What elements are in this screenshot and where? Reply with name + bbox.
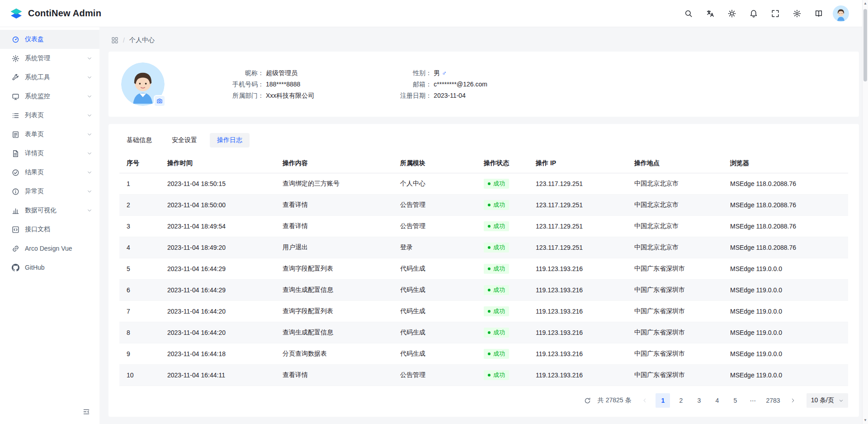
column-header: 操作内容 (275, 154, 393, 173)
sidebar-item-label: 仪表盘 (25, 35, 92, 43)
cell-no: 7 (119, 301, 160, 322)
page-button-1[interactable]: 1 (656, 393, 670, 408)
page-button-2783[interactable]: 2783 (764, 393, 782, 408)
docs-icon[interactable] (811, 6, 826, 21)
sidebar-item-arco-design-vue[interactable]: Arco Design Vue (0, 239, 99, 258)
cell-time: 2023-11-04 18:49:20 (160, 237, 275, 258)
refresh-icon[interactable] (581, 394, 594, 407)
page-ellipsis: ⋯ (746, 393, 760, 408)
cell-ip: 119.123.193.216 (528, 301, 627, 322)
notifications-icon[interactable] (746, 6, 761, 21)
table-row: 22023-11-04 18:50:00查看详情公告管理成功123.117.12… (119, 195, 848, 216)
cell-content: 查询生成配置信息 (275, 322, 393, 343)
cell-no: 4 (119, 237, 160, 258)
sidebar-item-exception-page[interactable]: 异常页 (0, 182, 99, 201)
status-dot-icon (488, 267, 491, 270)
tab-basic-info[interactable]: 基础信息 (119, 133, 159, 148)
scrollbar-thumb[interactable] (863, 9, 867, 81)
breadcrumb-current[interactable]: 个人中心 (129, 36, 155, 44)
tab-operation-log[interactable]: 操作日志 (210, 133, 250, 148)
profile-field: 手机号码：188****8888 (214, 80, 314, 89)
next-page-button[interactable] (786, 393, 800, 408)
cell-no: 6 (119, 280, 160, 301)
cell-time: 2023-11-04 16:44:20 (160, 322, 275, 343)
page-button-3[interactable]: 3 (692, 393, 706, 408)
cell-time: 2023-11-04 18:50:00 (160, 195, 275, 216)
chevron-down-icon (87, 151, 92, 156)
cell-content: 查询字段配置列表 (275, 301, 393, 322)
breadcrumb-separator: / (123, 37, 125, 44)
vertical-scrollbar[interactable]: ▲ ▼ (862, 0, 868, 424)
theme-toggle-icon[interactable] (724, 6, 740, 21)
cell-ip: 119.123.193.216 (528, 280, 627, 301)
sidebar: 仪表盘系统管理系统工具系统监控列表页表单页详情页结果页异常页数据可视化接口文档A… (0, 27, 99, 424)
avatar[interactable] (121, 62, 165, 106)
wrench-icon (12, 74, 19, 81)
profile-field-label: 注册日期： (382, 91, 432, 100)
status-dot-icon (488, 246, 491, 249)
pagination: 共 27825 条12345⋯278310 条/页 (119, 386, 848, 411)
header-actions (681, 5, 849, 22)
sidebar-item-list-page[interactable]: 列表页 (0, 106, 99, 125)
footer-copyright: Copyright © 2022-present Charles7c · v1.… (108, 417, 859, 424)
form-icon (12, 131, 19, 138)
sidebar-item-system-monitor[interactable]: 系统监控 (0, 87, 99, 106)
cell-status: 成功 (476, 195, 528, 216)
cell-no: 1 (119, 173, 160, 195)
cell-status: 成功 (476, 343, 528, 365)
translate-icon[interactable] (703, 6, 718, 21)
settings-icon[interactable] (789, 6, 805, 21)
sidebar-item-dashboard[interactable]: 仪表盘 (0, 30, 99, 49)
sidebar-item-result-page[interactable]: 结果页 (0, 163, 99, 182)
cell-time: 2023-11-04 16:44:29 (160, 280, 275, 301)
column-header: 序号 (119, 154, 160, 173)
sidebar-item-github[interactable]: GitHub (0, 258, 99, 277)
camera-icon[interactable] (154, 95, 165, 107)
sidebar-item-form-page[interactable]: 表单页 (0, 125, 99, 144)
sidebar-item-label: 列表页 (25, 111, 81, 119)
prev-page-button[interactable] (637, 393, 652, 408)
sidebar-item-data-visualization[interactable]: 数据可视化 (0, 201, 99, 220)
scrollbar-track[interactable] (863, 7, 868, 417)
sidebar-item-label: Arco Design Vue (25, 245, 92, 252)
status-badge: 成功 (484, 264, 509, 274)
status-badge: 成功 (484, 328, 509, 338)
apps-grid-icon[interactable] (111, 37, 118, 44)
page-button-4[interactable]: 4 (710, 393, 724, 408)
main-content: / 个人中心 (99, 27, 868, 424)
cell-browser: MSEdge 119.0.0.0 (723, 301, 848, 322)
cell-location: 中国广东省深圳市 (627, 322, 723, 343)
cell-content: 用户退出 (275, 237, 393, 258)
table-row: 62023-11-04 16:44:29查询生成配置信息代码生成成功119.12… (119, 280, 848, 301)
scrollbar-down-arrow[interactable]: ▼ (863, 417, 867, 424)
page-button-5[interactable]: 5 (728, 393, 742, 408)
sidebar-item-label: GitHub (25, 264, 92, 271)
page-button-2[interactable]: 2 (674, 393, 688, 408)
cell-module: 个人中心 (393, 173, 476, 195)
sidebar-item-detail-page[interactable]: 详情页 (0, 144, 99, 163)
sidebar-item-label: 系统管理 (25, 54, 81, 62)
logo[interactable]: ContiNew Admin (9, 6, 101, 21)
sidebar-item-label: 系统监控 (25, 92, 81, 100)
profile-field-label: 性别： (382, 68, 432, 77)
cell-ip: 123.117.129.251 (528, 173, 627, 195)
sidebar-item-system-tools[interactable]: 系统工具 (0, 68, 99, 87)
status-badge: 成功 (484, 306, 509, 316)
cell-browser: MSEdge 119.0.0.0 (723, 365, 848, 386)
sidebar-item-system-management[interactable]: 系统管理 (0, 49, 99, 68)
search-icon[interactable] (681, 6, 696, 21)
scrollbar-up-arrow[interactable]: ▲ (863, 0, 867, 7)
user-avatar[interactable] (833, 5, 849, 22)
profile-card: 昵称：超级管理员手机号码：188****8888所属部门：Xxx科技有限公司性别… (108, 52, 859, 117)
sidebar-item-api-docs[interactable]: 接口文档 (0, 220, 99, 239)
page-size-select[interactable]: 10 条/页 (807, 393, 848, 408)
tab-security-settings[interactable]: 安全设置 (165, 133, 204, 148)
cell-browser: MSEdge 119.0.0.0 (723, 280, 848, 301)
fullscreen-icon[interactable] (768, 6, 783, 21)
status-dot-icon (488, 310, 491, 313)
cell-status: 成功 (476, 173, 528, 195)
profile-field-label: 邮箱： (382, 80, 432, 89)
collapse-sidebar-button[interactable] (80, 406, 92, 418)
cell-module: 登录 (393, 237, 476, 258)
status-badge: 成功 (484, 221, 509, 231)
